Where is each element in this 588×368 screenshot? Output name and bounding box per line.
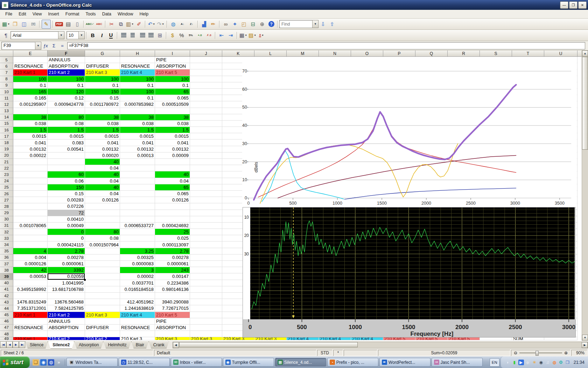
cell-I26[interactable]: 0.065 bbox=[155, 191, 190, 197]
cell-F23[interactable]: 60 bbox=[48, 171, 85, 178]
cell-Q49[interactable]: 210 Kart 5 bbox=[415, 337, 448, 340]
row-header-48[interactable]: 48 bbox=[0, 331, 13, 337]
chevron-down-icon[interactable]: ▼ bbox=[162, 23, 164, 25]
cell-E47[interactable]: RESONANCE bbox=[13, 325, 48, 331]
cell-G15[interactable]: 0.038 bbox=[85, 121, 120, 127]
cell-E46[interactable] bbox=[13, 318, 48, 325]
tray-windows-icon[interactable]: ❒ bbox=[565, 360, 570, 365]
cell-H10[interactable]: 100 bbox=[120, 89, 155, 95]
cell-E44[interactable]: 7.3513712001 bbox=[13, 305, 48, 312]
scroll-right-button[interactable]: ▶ bbox=[582, 342, 588, 348]
cell-E9[interactable]: 0.1 bbox=[13, 82, 48, 89]
chevron-down-icon[interactable]: ▼ bbox=[78, 32, 84, 39]
cell-H34[interactable] bbox=[120, 241, 155, 248]
tray-knob-icon[interactable]: ◉ bbox=[538, 360, 544, 365]
cell-G16[interactable]: 1.5 bbox=[85, 127, 120, 133]
cell-I10[interactable]: 65 bbox=[155, 89, 190, 95]
cell-J48[interactable] bbox=[190, 331, 222, 337]
cell-J41[interactable] bbox=[190, 286, 222, 293]
cell-J19[interactable] bbox=[190, 146, 222, 152]
spellcheck-button[interactable]: ABC✓ bbox=[86, 20, 94, 28]
row-header-5[interactable]: 5 bbox=[0, 57, 13, 63]
column-header-I[interactable]: I bbox=[155, 50, 190, 57]
cell-H36[interactable]: 0.00325 bbox=[120, 254, 155, 261]
cell-G36[interactable] bbox=[85, 254, 120, 261]
delete-decimal-button[interactable]: ✗.0 bbox=[205, 31, 213, 40]
row-header-25[interactable]: 25 bbox=[0, 184, 13, 191]
cell-J13[interactable] bbox=[190, 108, 222, 114]
cell-G27[interactable]: 0.00126 bbox=[85, 197, 120, 203]
cell-I13[interactable] bbox=[155, 108, 190, 114]
cell-H20[interactable]: 0.00013 bbox=[120, 152, 155, 159]
cell-I28[interactable] bbox=[155, 203, 190, 210]
row-header-8[interactable]: 8 bbox=[0, 76, 13, 82]
zoom-track[interactable] bbox=[519, 353, 562, 353]
sheet-nav-previous-button[interactable]: ◀ bbox=[6, 341, 13, 348]
row-header-22[interactable]: 22 bbox=[0, 165, 13, 171]
column-header-M[interactable]: M bbox=[287, 50, 319, 57]
cell-T49[interactable]: SUM bbox=[512, 337, 544, 340]
increase-indent-button[interactable]: ⇥ bbox=[226, 31, 235, 40]
cell-G43[interactable] bbox=[85, 299, 120, 305]
background-color-button[interactable]: ▨▼ bbox=[248, 31, 257, 40]
cell-J27[interactable] bbox=[190, 197, 222, 203]
zoom-button[interactable]: ⊕ bbox=[258, 20, 266, 28]
scroll-left-button[interactable]: ◀ bbox=[173, 342, 179, 348]
cell-F10[interactable]: 120 bbox=[48, 89, 85, 95]
cell-I42[interactable] bbox=[155, 293, 190, 299]
cell-E33[interactable] bbox=[13, 235, 48, 241]
cell-E23[interactable] bbox=[13, 171, 48, 178]
cell-G11[interactable]: 0.15 bbox=[85, 95, 120, 101]
cell-J32[interactable] bbox=[190, 229, 222, 235]
styles-button[interactable]: ¶ bbox=[2, 31, 10, 40]
row-header-33[interactable]: 33 bbox=[0, 235, 13, 241]
cell-J20[interactable] bbox=[190, 152, 222, 159]
cell-G30[interactable] bbox=[85, 216, 120, 223]
cell-G13[interactable] bbox=[85, 108, 120, 114]
cell-H15[interactable]: 0.038 bbox=[120, 121, 155, 127]
cell-F12[interactable]: 0.0009424778 bbox=[48, 101, 85, 108]
cell-I16[interactable]: 1.5 bbox=[155, 127, 190, 133]
row-header-13[interactable]: 13 bbox=[0, 108, 13, 114]
cell-H42[interactable] bbox=[120, 293, 155, 299]
column-header-L[interactable]: L bbox=[254, 50, 287, 57]
redo-button[interactable]: ↷▼ bbox=[156, 20, 165, 28]
cell-J38[interactable] bbox=[190, 267, 222, 273]
function-wizard-button[interactable]: ƒx bbox=[42, 42, 49, 49]
email-button[interactable]: ✉ bbox=[29, 20, 37, 28]
zoom-in-icon[interactable]: ⊕ bbox=[564, 350, 568, 355]
cell-E7[interactable]: 210 Kart 1 bbox=[13, 69, 48, 76]
start-button[interactable]: start bbox=[0, 356, 30, 368]
cell-H22[interactable] bbox=[120, 165, 155, 171]
menu-insert[interactable]: Insert bbox=[45, 11, 62, 18]
cell-E34[interactable] bbox=[13, 241, 48, 248]
cell-H19[interactable]: 0.00132 bbox=[120, 146, 155, 152]
menu-format[interactable]: Format bbox=[62, 11, 83, 18]
scroll-down-button[interactable]: ▼ bbox=[582, 335, 588, 341]
cell-I8[interactable]: 100 bbox=[155, 76, 190, 82]
cell-F46[interactable]: ANNULUS bbox=[48, 318, 85, 325]
column-headers[interactable]: EFGHIJKLMNOPQRSTU bbox=[0, 50, 582, 57]
cell-G17[interactable]: 0.0015 bbox=[85, 133, 120, 139]
taskbar-button-jasc-paint-sh-[interactable]: ✑Jasc Paint Sh... bbox=[432, 358, 483, 367]
menu-view[interactable]: View bbox=[29, 11, 45, 18]
cell-H40[interactable]: 0.0037701 bbox=[120, 280, 155, 286]
gallery-button[interactable]: ◰ bbox=[240, 20, 248, 28]
cell-E42[interactable] bbox=[13, 293, 48, 299]
cell-G26[interactable]: 0.04 bbox=[85, 191, 120, 197]
menu-window[interactable]: Window bbox=[114, 11, 136, 18]
undo-button[interactable]: ↶▼ bbox=[147, 20, 156, 28]
chevron-down-icon[interactable]: ▼ bbox=[7, 23, 10, 25]
row-header-14[interactable]: 14 bbox=[0, 114, 13, 121]
cell-H9[interactable]: 0.1 bbox=[120, 82, 155, 89]
row-header-11[interactable]: 11 bbox=[0, 95, 13, 101]
cell-G46[interactable] bbox=[85, 318, 120, 325]
cell-J15[interactable] bbox=[190, 121, 222, 127]
cell-H32[interactable] bbox=[120, 229, 155, 235]
cell-I18[interactable]: 0.041 bbox=[155, 139, 190, 146]
row-header-46[interactable]: 46 bbox=[0, 318, 13, 325]
cell-J28[interactable] bbox=[190, 203, 222, 210]
column-header-N[interactable]: N bbox=[319, 50, 351, 57]
cell-U49[interactable] bbox=[544, 337, 578, 340]
zoom-out-icon[interactable]: ⊖ bbox=[514, 350, 517, 355]
